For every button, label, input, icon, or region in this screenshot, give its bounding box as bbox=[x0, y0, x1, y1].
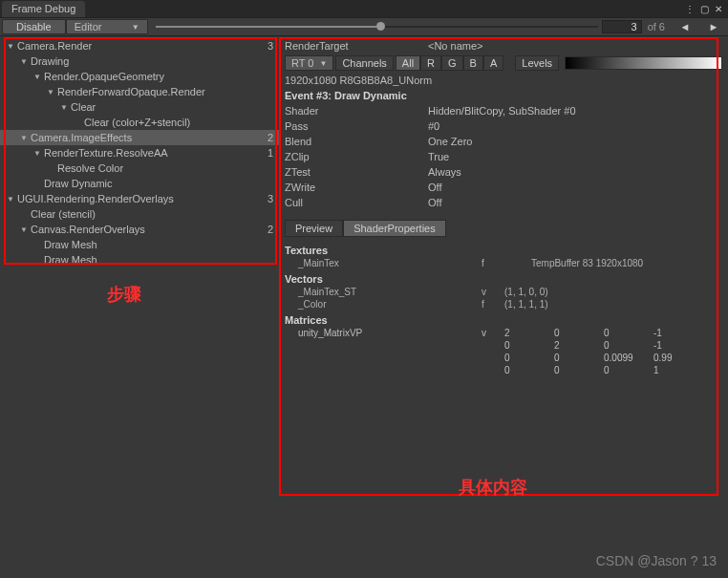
vectors-header: Vectors bbox=[279, 269, 728, 286]
disable-button[interactable]: Disable bbox=[2, 19, 66, 34]
shader-prop-name: _MainTex_ST bbox=[285, 287, 482, 297]
matrix-cell: 1 bbox=[653, 365, 703, 375]
matrix-row: unity_MatrixVPv200-1 bbox=[279, 327, 728, 339]
property-key: Cull bbox=[285, 197, 428, 208]
matrix-cell: 0.0099 bbox=[604, 353, 653, 363]
tree-row-count: 2 bbox=[264, 132, 273, 143]
event-tree-panel: ▼Camera.Render3▼Drawing▼Render.OpaqueGeo… bbox=[0, 36, 279, 578]
tree-row[interactable]: ▼UGUI.Rendering.RenderOverlays3 bbox=[0, 191, 279, 206]
matrix-name bbox=[285, 340, 482, 351]
property-row: BlendOne Zero bbox=[279, 134, 728, 149]
foldout-icon[interactable]: ▼ bbox=[6, 42, 15, 51]
window-tab[interactable]: Frame Debug bbox=[2, 1, 85, 17]
matrix-row: 000.00990.99 bbox=[279, 352, 728, 364]
channel-a-button[interactable]: A bbox=[483, 55, 503, 71]
tree-row[interactable]: ▼Render.OpaqueGeometry bbox=[0, 69, 279, 84]
tree-row[interactable]: ▼RenderTexture.ResolveAA1 bbox=[0, 145, 279, 161]
shader-prop-name: _Color bbox=[285, 299, 482, 310]
shader-prop-name: _MainTex bbox=[285, 258, 482, 268]
editor-dropdown[interactable]: Editor ▼ bbox=[66, 19, 148, 34]
event-slider[interactable] bbox=[148, 26, 602, 28]
tree-row-label: Render.OpaqueGeometry bbox=[42, 71, 273, 82]
matrix-cell: 0 bbox=[604, 340, 653, 351]
title-bar: Frame Debug ⋮ ▢ ✕ bbox=[0, 0, 728, 17]
matrix-cell: 0 bbox=[604, 328, 653, 338]
matrix-cell: 0 bbox=[504, 340, 554, 351]
window-controls: ⋮ ▢ ✕ bbox=[685, 4, 728, 14]
tree-row[interactable]: Clear (stencil) bbox=[0, 206, 279, 222]
matrix-type bbox=[482, 365, 504, 375]
matrix-name: unity_MatrixVP bbox=[285, 328, 482, 338]
property-row: Pass#0 bbox=[279, 118, 728, 134]
tree-row-count: 1 bbox=[264, 147, 273, 159]
tree-row[interactable]: ▼Drawing bbox=[0, 54, 279, 69]
tree-row-label: Resolve Color bbox=[55, 162, 273, 174]
tree-row-label: Clear (stencil) bbox=[29, 208, 273, 220]
tree-row[interactable]: ▼Camera.ImageEffects2 bbox=[0, 130, 279, 145]
property-row: ZClipTrue bbox=[279, 149, 728, 164]
tree-row-label: Draw Mesh bbox=[42, 254, 273, 266]
rt-dropdown[interactable]: RT 0 ▼ bbox=[285, 55, 333, 71]
tree-row[interactable]: Draw Dynamic bbox=[0, 176, 279, 191]
shader-prop-value: TempBuffer 83 1920x1080 bbox=[504, 258, 722, 268]
annotation-right-label: 具体内容 bbox=[459, 476, 527, 499]
close-icon[interactable]: ✕ bbox=[715, 4, 722, 14]
preview-tab[interactable]: Preview bbox=[285, 220, 343, 237]
chevron-down-icon: ▼ bbox=[319, 59, 327, 68]
tree-row-label: RenderTexture.ResolveAA bbox=[42, 147, 264, 159]
tree-row[interactable]: Draw Mesh bbox=[0, 252, 279, 268]
shader-prop-type: f bbox=[482, 299, 504, 310]
tree-row-label: Draw Mesh bbox=[42, 239, 273, 250]
matrix-type: v bbox=[482, 328, 504, 338]
channel-g-button[interactable]: G bbox=[441, 55, 463, 71]
levels-slider[interactable] bbox=[565, 56, 722, 70]
tree-row[interactable]: ▼Camera.Render3 bbox=[0, 38, 279, 54]
foldout-icon[interactable]: ▼ bbox=[46, 88, 55, 96]
property-value: Off bbox=[428, 197, 441, 208]
property-key: Blend bbox=[285, 136, 428, 147]
shader-prop-value: (1, 1, 1, 1) bbox=[504, 299, 722, 310]
chevron-down-icon: ▼ bbox=[132, 23, 139, 32]
channel-r-button[interactable]: R bbox=[420, 55, 441, 71]
menu-icon[interactable]: ⋮ bbox=[685, 4, 695, 14]
resolution-label: 1920x1080 R8G8B8A8_UNorm bbox=[279, 73, 728, 88]
foldout-icon[interactable]: ▼ bbox=[19, 225, 29, 234]
tree-row[interactable]: Resolve Color bbox=[0, 161, 279, 176]
foldout-icon[interactable]: ▼ bbox=[19, 134, 29, 142]
tree-row-label: Clear (color+Z+stencil) bbox=[82, 117, 273, 128]
tree-row-label: RenderForwardOpaque.Render bbox=[55, 86, 273, 97]
property-key: ZClip bbox=[285, 151, 428, 162]
channel-b-button[interactable]: B bbox=[463, 55, 483, 71]
event-number-input[interactable]: 3 bbox=[602, 20, 642, 33]
matrix-cell: 2 bbox=[554, 340, 604, 351]
tree-row[interactable]: ▼Clear bbox=[0, 99, 279, 115]
matrices-header: Matrices bbox=[279, 310, 728, 327]
matrix-cell: -1 bbox=[653, 328, 703, 338]
event-title: Event #3: Draw Dynamic bbox=[279, 88, 728, 103]
channel-all-button[interactable]: All bbox=[396, 55, 420, 71]
tree-row-label: Canvas.RenderOverlays bbox=[29, 224, 264, 235]
foldout-icon[interactable]: ▼ bbox=[32, 73, 42, 81]
tree-row[interactable]: Clear (color+Z+stencil) bbox=[0, 115, 279, 130]
next-event-button[interactable]: ► bbox=[699, 21, 728, 32]
tree-row[interactable]: ▼RenderForwardOpaque.Render bbox=[0, 84, 279, 99]
watermark-label: CSDN @Jason ? 13 bbox=[596, 553, 717, 568]
channels-label: Channels bbox=[335, 55, 393, 71]
foldout-icon[interactable]: ▼ bbox=[59, 103, 69, 112]
maximize-icon[interactable]: ▢ bbox=[700, 4, 709, 14]
tree-row[interactable]: Draw Mesh bbox=[0, 237, 279, 252]
textures-header: Textures bbox=[279, 241, 728, 257]
shader-prop-type: v bbox=[482, 287, 504, 297]
property-row: CullOff bbox=[279, 195, 728, 210]
foldout-icon[interactable]: ▼ bbox=[6, 195, 15, 203]
foldout-icon[interactable]: ▼ bbox=[32, 149, 42, 158]
property-value: #0 bbox=[428, 120, 439, 132]
shader-property-row: _MainTex_STv(1, 1, 0, 0) bbox=[279, 286, 728, 298]
prev-event-button[interactable]: ◄ bbox=[671, 21, 699, 32]
tree-row-count: 2 bbox=[264, 224, 273, 235]
tree-row[interactable]: ▼Canvas.RenderOverlays2 bbox=[0, 222, 279, 237]
property-value: Always bbox=[428, 166, 461, 178]
foldout-icon[interactable]: ▼ bbox=[19, 57, 29, 66]
shader-properties-tab[interactable]: ShaderProperties bbox=[343, 220, 446, 237]
annotation-left-label: 步骤 bbox=[107, 283, 141, 306]
